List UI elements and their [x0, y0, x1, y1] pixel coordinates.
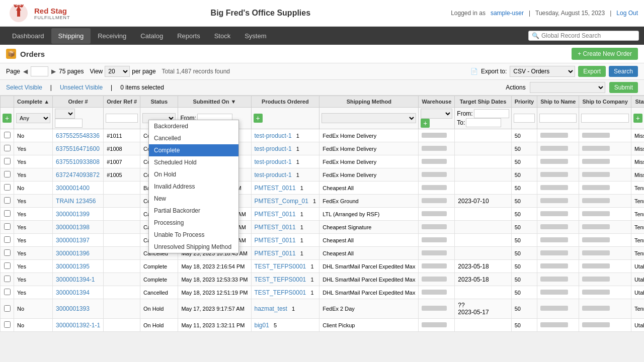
filter-order-ref-input[interactable]	[106, 114, 138, 123]
col-target[interactable]: Target Ship Dates	[455, 96, 511, 108]
order-id-link[interactable]: 3000001397	[56, 237, 90, 244]
page-number-input[interactable]: 1	[31, 66, 48, 76]
product-link[interactable]: hazmat_test	[255, 305, 287, 312]
status-option[interactable]: Complete	[149, 144, 238, 156]
filter-complete-select[interactable]: Any Yes No	[16, 113, 50, 123]
export-button[interactable]: Export	[578, 66, 606, 77]
col-order-id[interactable]: Order #	[53, 96, 104, 108]
status-option[interactable]: Unresolved Shipping Method	[149, 241, 238, 253]
row-checkbox[interactable]	[4, 223, 11, 230]
add-product-filter-button[interactable]: +	[254, 114, 263, 123]
row-checkbox[interactable]	[4, 132, 11, 138]
status-option[interactable]: Partial Backorder	[149, 205, 238, 217]
order-id-link[interactable]: 3000001393	[56, 305, 90, 312]
order-id-link[interactable]: 3000001392-1-1	[56, 322, 100, 329]
col-state[interactable]: State	[631, 96, 644, 108]
product-link[interactable]: TEST_TEFPS0001	[255, 276, 306, 283]
logout-link[interactable]: Log Out	[616, 10, 638, 17]
status-option[interactable]: New	[149, 193, 238, 205]
status-option[interactable]: Backordered	[149, 120, 238, 132]
row-checkbox[interactable]	[4, 158, 11, 164]
nav-reports[interactable]: Reports	[170, 28, 207, 44]
filter-ship-name-input[interactable]	[539, 114, 577, 123]
next-page-button[interactable]: ▶	[50, 68, 57, 75]
row-checkbox[interactable]	[4, 262, 11, 269]
add-warehouse-filter-button[interactable]: +	[421, 119, 430, 128]
order-id-link[interactable]: 3000001398	[56, 224, 90, 231]
status-option[interactable]: On Hold	[149, 168, 238, 180]
submit-button[interactable]: Submit	[609, 82, 638, 93]
nav-catalog[interactable]: Catalog	[133, 28, 170, 44]
col-order-ref[interactable]: Order Ref #	[104, 96, 140, 108]
product-link[interactable]: PMTEST_0011	[255, 185, 296, 192]
row-checkbox[interactable]	[4, 305, 11, 312]
filter-priority-input[interactable]	[514, 114, 535, 123]
col-submitted[interactable]: Submitted On ▼	[178, 96, 251, 108]
order-id-link[interactable]: TRAIN 123456	[56, 198, 96, 205]
search-button[interactable]: Search	[609, 66, 638, 77]
filter-target-to[interactable]	[466, 118, 501, 127]
row-checkbox[interactable]	[4, 171, 11, 177]
order-id-link[interactable]: 6372474093872	[56, 171, 100, 178]
global-search-input[interactable]	[541, 32, 632, 39]
status-option[interactable]: Invalid Address	[149, 180, 238, 193]
product-link[interactable]: test-product-1	[255, 132, 292, 139]
status-option[interactable]: Cancelled	[149, 132, 238, 144]
product-link[interactable]: test-product-1	[255, 145, 292, 152]
product-link[interactable]: PMTEST_Comp_01	[255, 198, 308, 205]
product-link[interactable]: big01	[255, 322, 269, 329]
order-id-link[interactable]: 3000001394	[56, 289, 90, 296]
prev-page-button[interactable]: ◀	[22, 68, 29, 75]
col-priority[interactable]: Priority	[511, 96, 537, 108]
product-link[interactable]: TEST_TEFPS0001	[255, 263, 306, 270]
nav-receiving[interactable]: Receiving	[91, 28, 133, 44]
col-ship-name[interactable]: Ship to Name	[537, 96, 579, 108]
filter-ship-company-input[interactable]	[581, 114, 628, 123]
row-checkbox[interactable]	[4, 184, 11, 191]
status-option[interactable]: Unable To Process	[149, 229, 238, 241]
row-checkbox[interactable]	[4, 197, 11, 204]
create-order-button[interactable]: + Create New Order	[572, 48, 638, 60]
filter-warehouse-select[interactable]	[421, 109, 452, 119]
filter-target-from[interactable]	[474, 109, 509, 118]
export-format-select[interactable]: CSV - Orders CSV - Items	[510, 66, 575, 77]
col-status[interactable]: Status	[140, 96, 178, 108]
product-link[interactable]: PMTEST_0011	[255, 224, 296, 231]
filter-order-id-input[interactable]	[55, 119, 83, 128]
row-checkbox[interactable]	[4, 236, 11, 243]
add-state-filter-button[interactable]: +	[633, 114, 642, 123]
order-id-link[interactable]: 3000001394-1	[56, 276, 95, 283]
row-checkbox[interactable]	[4, 276, 11, 282]
nav-dashboard[interactable]: Dashboard	[5, 28, 51, 44]
filter-order-id-mode[interactable]	[55, 109, 75, 119]
status-option[interactable]: Scheduled Hold	[149, 156, 238, 168]
row-checkbox[interactable]	[4, 145, 11, 151]
product-link[interactable]: test-product-1	[255, 158, 292, 165]
product-link[interactable]: TEST_TEFPS0001	[255, 289, 306, 296]
add-filter-button[interactable]: +	[3, 114, 12, 123]
unselect-visible-link[interactable]: Unselect Visible	[60, 84, 103, 91]
row-checkbox[interactable]	[4, 210, 11, 217]
nav-shipping[interactable]: Shipping	[51, 28, 91, 44]
product-link[interactable]: test-product-1	[255, 171, 292, 178]
col-shipping[interactable]: Shipping Method	[319, 96, 419, 108]
nav-stock[interactable]: Stock	[207, 28, 238, 44]
order-id-link[interactable]: 3000001400	[56, 185, 90, 192]
order-id-link[interactable]: 6375516471600	[56, 145, 100, 152]
col-warehouse[interactable]: Warehouse	[419, 96, 455, 108]
col-ship-company[interactable]: Ship to Company	[579, 96, 631, 108]
status-option[interactable]: Processing	[149, 217, 238, 229]
product-link[interactable]: PMTEST_0011	[255, 250, 296, 257]
row-checkbox[interactable]	[4, 289, 11, 295]
col-complete[interactable]: Complete ▲	[14, 96, 53, 108]
select-visible-link[interactable]: Select Visible	[6, 84, 42, 91]
filter-shipping-select[interactable]	[321, 113, 416, 123]
order-id-link[interactable]: 3000001396	[56, 250, 90, 257]
nav-system[interactable]: System	[237, 28, 273, 44]
actions-select[interactable]	[530, 82, 605, 93]
row-checkbox[interactable]	[4, 249, 11, 256]
order-id-link[interactable]: 3000001399	[56, 211, 90, 218]
order-id-link[interactable]: 6375510933808	[56, 158, 100, 165]
row-checkbox[interactable]	[4, 321, 11, 328]
col-products[interactable]: Products Ordered	[251, 96, 319, 108]
